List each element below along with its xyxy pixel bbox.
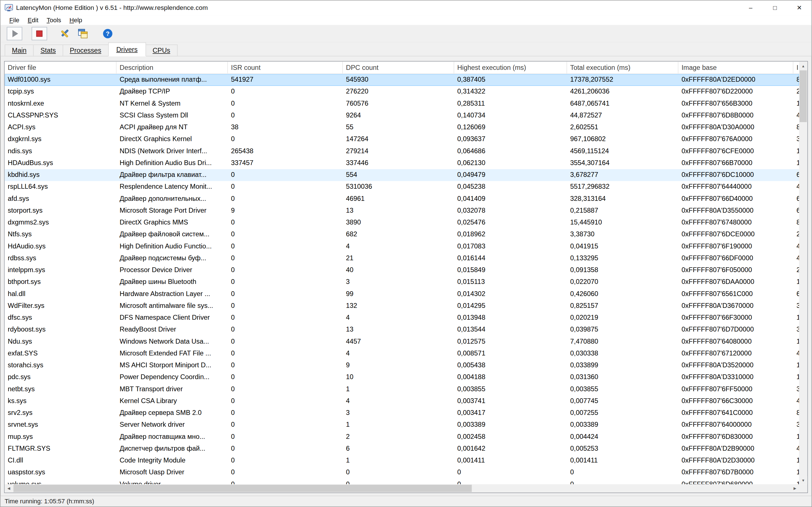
- table-row[interactable]: ks.sysKernel CSA Library040,0037410,0077…: [5, 395, 799, 407]
- cell-total-execution-ms: 0,215887: [567, 205, 678, 217]
- scroll-right-icon[interactable]: ▶: [791, 484, 799, 492]
- table-row[interactable]: kbdhid.sysДрайвер фильтра клавиат...0554…: [5, 169, 799, 181]
- table-row[interactable]: Ntfs.sysДрайвер файловой систем...06820,…: [5, 229, 799, 240]
- column-header-description[interactable]: Description: [116, 62, 228, 74]
- cell-total-execution-ms: 0,426060: [567, 288, 678, 300]
- table-row[interactable]: hal.dllHardware Abstraction Layer ...099…: [5, 288, 799, 300]
- table-row[interactable]: intelppm.sysProcessor Device Driver0400,…: [5, 265, 799, 276]
- horizontal-scrollbar-thumb[interactable]: [13, 485, 472, 492]
- table-row[interactable]: mup.sysДрайвер поставщика мно...020,0024…: [5, 431, 799, 443]
- cell-total-execution-ms: 328,313164: [567, 193, 678, 205]
- table-row[interactable]: CLASSPNP.SYSSCSI Class System Dll092640,…: [5, 110, 799, 121]
- table-row[interactable]: pdc.sysPower Dependency Coordin...0100,0…: [5, 372, 799, 383]
- table-row[interactable]: ntoskrnl.exeNT Kernel & System07605760,2…: [5, 98, 799, 110]
- close-button[interactable]: ✕: [787, 1, 811, 15]
- table-row[interactable]: Ndu.sysWindows Network Data Usa...044570…: [5, 336, 799, 348]
- table-row[interactable]: ACPI.sysACPI драйвер для NT38550,1260692…: [5, 122, 799, 133]
- cell-isr-count: 0: [228, 312, 343, 324]
- table-row[interactable]: dxgmms2.sysDirectX Graphics MMS038900,02…: [5, 217, 799, 229]
- table-row[interactable]: netbt.sysMBT Transport driver010,0038550…: [5, 383, 799, 395]
- table-row[interactable]: dxgkrnl.sysDirectX Graphics Kernel014726…: [5, 133, 799, 145]
- cell-image-size: 8: [794, 217, 799, 229]
- cell-image-base: 0xFFFFF807'6D8B0000: [678, 110, 794, 121]
- menu-help[interactable]: Help: [65, 15, 87, 24]
- menu-edit[interactable]: Edit: [23, 15, 42, 24]
- options-button[interactable]: [56, 27, 72, 41]
- menu-file[interactable]: File: [5, 15, 23, 24]
- cell-isr-count: 265438: [228, 145, 343, 157]
- column-header-total-execution[interactable]: Total execution (ms): [567, 62, 678, 74]
- scroll-up-icon[interactable]: ▲: [799, 62, 807, 70]
- help-button[interactable]: ?: [100, 27, 115, 41]
- tab-cpus[interactable]: CPUs: [146, 45, 177, 56]
- cell-description: Power Dependency Coordin...: [116, 372, 228, 383]
- column-header-driver-file[interactable]: Driver file: [5, 62, 117, 74]
- tab-drivers[interactable]: Drivers: [108, 43, 146, 57]
- table-row[interactable]: srv2.sysДрайвер сервера SMB 2.0030,00341…: [5, 407, 799, 419]
- column-header-dpc-count[interactable]: DPC count: [343, 62, 454, 74]
- table-row[interactable]: CI.dllCode Integrity Module010,0014110,0…: [5, 455, 799, 466]
- cell-dpc-count: 279214: [343, 145, 454, 157]
- cell-highest-execution-ms: 0,025476: [454, 217, 567, 229]
- cell-driver-file: WdFilter.sys: [5, 300, 117, 312]
- stop-monitor-button[interactable]: [32, 27, 47, 41]
- cell-image-size: 4: [794, 395, 799, 407]
- cell-isr-count: 0: [228, 98, 343, 110]
- vertical-scrollbar[interactable]: ▲ ▼: [799, 62, 807, 485]
- table-row[interactable]: ndis.sysNDIS (Network Driver Interf...26…: [5, 145, 799, 157]
- column-header-image-base[interactable]: Image base: [678, 62, 794, 74]
- cell-driver-file: hal.dll: [5, 288, 117, 300]
- scroll-down-icon[interactable]: ▼: [799, 476, 807, 484]
- cell-total-execution-ms: 0,003389: [567, 419, 678, 431]
- table-row[interactable]: storahci.sysMS AHCI Storport Miniport D.…: [5, 360, 799, 372]
- cell-isr-count: 0: [228, 467, 343, 478]
- tab-stats[interactable]: Stats: [33, 45, 63, 56]
- cell-highest-execution-ms: 0: [454, 467, 567, 478]
- table-row[interactable]: tcpip.sysДрайвер TCP/IP02762200,31432242…: [5, 86, 799, 98]
- tab-processes[interactable]: Processes: [63, 45, 109, 56]
- table-row[interactable]: FLTMGR.SYSДиспетчер фильтров фай...060,0…: [5, 443, 799, 455]
- column-header-image-size[interactable]: I: [794, 62, 799, 74]
- table-row[interactable]: storport.sysMicrosoft Storage Port Drive…: [5, 205, 799, 217]
- table-row[interactable]: uaspstor.sysMicrosoft Uasp Driver00000xF…: [5, 467, 799, 478]
- column-header-isr-count[interactable]: ISR count: [228, 62, 343, 74]
- cell-dpc-count: 21: [343, 252, 454, 264]
- cell-image-base: 0xFFFFF807'66C30000: [678, 395, 794, 407]
- table-row[interactable]: rdbss.sysДрайвер подсистемы буф...0210,0…: [5, 252, 799, 264]
- table-row[interactable]: HDAudBus.sysHigh Definition Audio Bus Dr…: [5, 157, 799, 169]
- table-row[interactable]: rspLLL64.sysResplendence Latency Monit..…: [5, 181, 799, 193]
- scroll-left-icon[interactable]: ◀: [5, 484, 13, 492]
- table-row[interactable]: srvnet.sysServer Network driver010,00338…: [5, 419, 799, 431]
- cell-dpc-count: 5310036: [343, 181, 454, 193]
- table-row[interactable]: WdFilter.sysMicrosoft antimalware file s…: [5, 300, 799, 312]
- cell-highest-execution-ms: 0,049479: [454, 169, 567, 181]
- cell-total-execution-ms: 0,041915: [567, 240, 678, 252]
- table-row[interactable]: HdAudio.sysHigh Definition Audio Functio…: [5, 240, 799, 252]
- cell-image-size: 4: [794, 252, 799, 264]
- tab-main[interactable]: Main: [5, 45, 34, 56]
- vertical-scrollbar-thumb[interactable]: [800, 70, 807, 122]
- cell-image-base: 0xFFFFF807'64080000: [678, 336, 794, 348]
- table-row[interactable]: volume.sysVolume driver00000xFFFFF807'6D…: [5, 478, 799, 484]
- cell-description: NT Kernel & System: [116, 98, 228, 110]
- table-row[interactable]: rdyboost.sysReadyBoost Driver0130,013544…: [5, 324, 799, 336]
- cell-description: Среда выполнения платф...: [116, 74, 228, 86]
- start-monitor-button[interactable]: [7, 27, 22, 41]
- table-row[interactable]: Wdf01000.sysСреда выполнения платф...541…: [5, 74, 799, 86]
- cell-description: DFS Namespace Client Driver: [116, 312, 228, 324]
- table-row[interactable]: exfat.SYSMicrosoft Extended FAT File ...…: [5, 348, 799, 359]
- horizontal-scrollbar[interactable]: ◀ ▶: [5, 484, 799, 492]
- table-row[interactable]: dfsc.sysDFS Namespace Client Driver040,0…: [5, 312, 799, 324]
- table-row[interactable]: bthport.sysДрайвер шины Bluetooth030,015…: [5, 276, 799, 288]
- minimize-button[interactable]: –: [739, 1, 763, 15]
- maximize-button[interactable]: □: [763, 1, 787, 15]
- column-header-highest-execution[interactable]: Highest execution (ms): [454, 62, 567, 74]
- report-button[interactable]: [75, 27, 91, 41]
- cell-dpc-count: 4457: [343, 336, 454, 348]
- table-row[interactable]: afd.sysДрайвер дополнительных...0469610,…: [5, 193, 799, 205]
- cell-highest-execution-ms: 0,003389: [454, 419, 567, 431]
- cell-highest-execution-ms: 0,093637: [454, 133, 567, 145]
- cell-dpc-count: 46961: [343, 193, 454, 205]
- menu-tools[interactable]: Tools: [43, 15, 65, 24]
- cell-driver-file: Ntfs.sys: [5, 229, 117, 240]
